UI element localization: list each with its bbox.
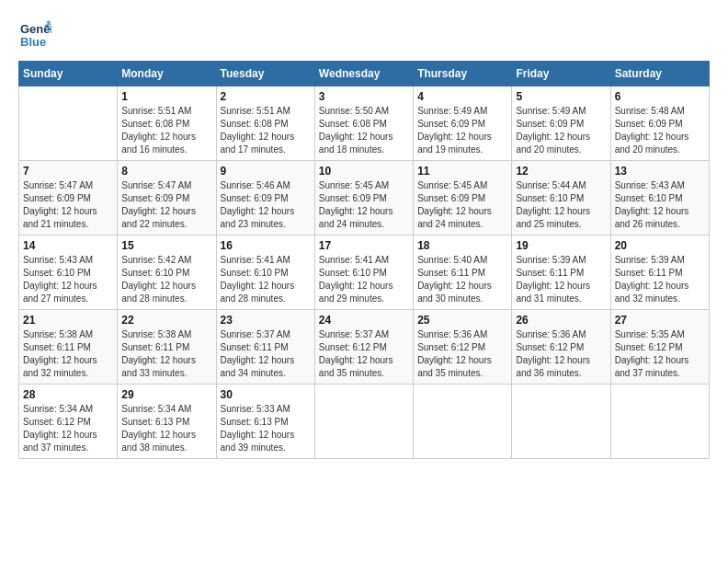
general-blue-logo-icon: General Blue — [18, 18, 51, 52]
calendar-cell: 20Sunrise: 5:39 AM Sunset: 6:11 PM Dayli… — [610, 236, 709, 310]
calendar-cell: 11Sunrise: 5:45 AM Sunset: 6:09 PM Dayli… — [414, 161, 512, 236]
day-number: 7 — [23, 165, 113, 178]
calendar-cell: 15Sunrise: 5:42 AM Sunset: 6:10 PM Dayli… — [118, 236, 216, 310]
day-info: Sunrise: 5:34 AM Sunset: 6:13 PM Dayligh… — [121, 403, 211, 454]
day-number: 4 — [417, 90, 507, 103]
calendar-week-row: 21Sunrise: 5:38 AM Sunset: 6:11 PM Dayli… — [19, 310, 710, 385]
calendar-cell: 17Sunrise: 5:41 AM Sunset: 6:10 PM Dayli… — [314, 236, 413, 310]
day-number: 12 — [516, 165, 606, 178]
day-info: Sunrise: 5:42 AM Sunset: 6:10 PM Dayligh… — [121, 254, 211, 305]
day-number: 24 — [319, 314, 409, 327]
weekday-header-saturday: Saturday — [610, 62, 709, 86]
day-number: 15 — [121, 239, 211, 252]
calendar-cell — [512, 385, 610, 459]
day-number: 13 — [615, 165, 705, 178]
logo: General Blue — [18, 18, 51, 52]
day-info: Sunrise: 5:41 AM Sunset: 6:10 PM Dayligh… — [221, 254, 311, 305]
calendar-cell: 9Sunrise: 5:46 AM Sunset: 6:09 PM Daylig… — [216, 161, 314, 236]
weekday-header-friday: Friday — [512, 62, 610, 86]
calendar-week-row: 7Sunrise: 5:47 AM Sunset: 6:09 PM Daylig… — [19, 161, 710, 236]
calendar-cell: 23Sunrise: 5:37 AM Sunset: 6:11 PM Dayli… — [216, 310, 314, 385]
day-info: Sunrise: 5:47 AM Sunset: 6:09 PM Dayligh… — [23, 179, 113, 231]
calendar-cell: 2Sunrise: 5:51 AM Sunset: 6:08 PM Daylig… — [216, 86, 314, 161]
day-info: Sunrise: 5:51 AM Sunset: 6:08 PM Dayligh… — [121, 105, 211, 156]
calendar-cell: 10Sunrise: 5:45 AM Sunset: 6:09 PM Dayli… — [314, 161, 413, 236]
day-info: Sunrise: 5:36 AM Sunset: 6:12 PM Dayligh… — [516, 328, 606, 380]
calendar-cell: 14Sunrise: 5:43 AM Sunset: 6:10 PM Dayli… — [19, 236, 118, 310]
day-info: Sunrise: 5:43 AM Sunset: 6:10 PM Dayligh… — [23, 254, 113, 305]
weekday-header-wednesday: Wednesday — [314, 62, 413, 86]
calendar-cell: 4Sunrise: 5:49 AM Sunset: 6:09 PM Daylig… — [414, 86, 512, 161]
calendar-cell: 27Sunrise: 5:35 AM Sunset: 6:12 PM Dayli… — [610, 310, 709, 385]
calendar-cell: 25Sunrise: 5:36 AM Sunset: 6:12 PM Dayli… — [414, 310, 512, 385]
day-info: Sunrise: 5:38 AM Sunset: 6:11 PM Dayligh… — [121, 328, 211, 380]
day-number: 9 — [221, 165, 311, 178]
weekday-header-sunday: Sunday — [19, 62, 118, 86]
day-info: Sunrise: 5:39 AM Sunset: 6:11 PM Dayligh… — [516, 254, 606, 305]
day-number: 29 — [121, 388, 211, 401]
calendar-cell: 21Sunrise: 5:38 AM Sunset: 6:11 PM Dayli… — [19, 310, 118, 385]
calendar-cell — [610, 385, 709, 459]
day-number: 8 — [121, 165, 211, 178]
weekday-header-row: SundayMondayTuesdayWednesdayThursdayFrid… — [19, 62, 710, 86]
weekday-header-tuesday: Tuesday — [216, 62, 314, 86]
calendar-cell: 6Sunrise: 5:48 AM Sunset: 6:09 PM Daylig… — [610, 86, 709, 161]
day-info: Sunrise: 5:51 AM Sunset: 6:08 PM Dayligh… — [221, 105, 311, 156]
day-number: 18 — [417, 239, 507, 252]
calendar-week-row: 1Sunrise: 5:51 AM Sunset: 6:08 PM Daylig… — [19, 86, 710, 161]
day-number: 11 — [417, 165, 507, 178]
calendar-cell: 13Sunrise: 5:43 AM Sunset: 6:10 PM Dayli… — [610, 161, 709, 236]
svg-text:Blue: Blue — [20, 35, 46, 49]
weekday-header-monday: Monday — [118, 62, 216, 86]
day-number: 17 — [319, 239, 409, 252]
day-number: 22 — [121, 314, 211, 327]
day-info: Sunrise: 5:45 AM Sunset: 6:09 PM Dayligh… — [319, 179, 409, 231]
day-info: Sunrise: 5:40 AM Sunset: 6:11 PM Dayligh… — [417, 254, 507, 305]
day-info: Sunrise: 5:45 AM Sunset: 6:09 PM Dayligh… — [417, 179, 507, 231]
calendar-cell: 28Sunrise: 5:34 AM Sunset: 6:12 PM Dayli… — [19, 385, 118, 459]
day-number: 16 — [221, 239, 311, 252]
weekday-header-thursday: Thursday — [414, 62, 512, 86]
calendar-cell: 5Sunrise: 5:49 AM Sunset: 6:09 PM Daylig… — [512, 86, 610, 161]
day-info: Sunrise: 5:43 AM Sunset: 6:10 PM Dayligh… — [615, 179, 705, 231]
day-info: Sunrise: 5:35 AM Sunset: 6:12 PM Dayligh… — [615, 328, 705, 380]
calendar-cell: 26Sunrise: 5:36 AM Sunset: 6:12 PM Dayli… — [512, 310, 610, 385]
calendar-cell: 12Sunrise: 5:44 AM Sunset: 6:10 PM Dayli… — [512, 161, 610, 236]
day-number: 30 — [221, 388, 311, 401]
day-info: Sunrise: 5:50 AM Sunset: 6:08 PM Dayligh… — [319, 105, 409, 156]
day-number: 2 — [221, 90, 311, 103]
calendar-cell: 7Sunrise: 5:47 AM Sunset: 6:09 PM Daylig… — [19, 161, 118, 236]
calendar-cell: 22Sunrise: 5:38 AM Sunset: 6:11 PM Dayli… — [118, 310, 216, 385]
calendar-cell — [19, 86, 118, 161]
day-info: Sunrise: 5:37 AM Sunset: 6:12 PM Dayligh… — [319, 328, 409, 380]
calendar-cell: 16Sunrise: 5:41 AM Sunset: 6:10 PM Dayli… — [216, 236, 314, 310]
day-number: 25 — [417, 314, 507, 327]
day-number: 6 — [615, 90, 705, 103]
day-info: Sunrise: 5:49 AM Sunset: 6:09 PM Dayligh… — [516, 105, 606, 156]
day-number: 20 — [615, 239, 705, 252]
calendar-cell: 8Sunrise: 5:47 AM Sunset: 6:09 PM Daylig… — [118, 161, 216, 236]
day-info: Sunrise: 5:33 AM Sunset: 6:13 PM Dayligh… — [221, 403, 311, 454]
day-number: 10 — [319, 165, 409, 178]
day-info: Sunrise: 5:36 AM Sunset: 6:12 PM Dayligh… — [417, 328, 507, 380]
calendar-cell: 30Sunrise: 5:33 AM Sunset: 6:13 PM Dayli… — [216, 385, 314, 459]
day-info: Sunrise: 5:49 AM Sunset: 6:09 PM Dayligh… — [417, 105, 507, 156]
calendar-cell — [314, 385, 413, 459]
day-number: 1 — [121, 90, 211, 103]
day-info: Sunrise: 5:39 AM Sunset: 6:11 PM Dayligh… — [615, 254, 705, 305]
day-info: Sunrise: 5:48 AM Sunset: 6:09 PM Dayligh… — [615, 105, 705, 156]
day-info: Sunrise: 5:34 AM Sunset: 6:12 PM Dayligh… — [23, 403, 113, 454]
day-info: Sunrise: 5:37 AM Sunset: 6:11 PM Dayligh… — [221, 328, 311, 380]
day-number: 21 — [23, 314, 113, 327]
day-number: 3 — [319, 90, 409, 103]
day-info: Sunrise: 5:44 AM Sunset: 6:10 PM Dayligh… — [516, 179, 606, 231]
day-number: 5 — [516, 90, 606, 103]
day-number: 27 — [615, 314, 705, 327]
calendar-week-row: 14Sunrise: 5:43 AM Sunset: 6:10 PM Dayli… — [19, 236, 710, 310]
day-number: 23 — [221, 314, 311, 327]
day-info: Sunrise: 5:47 AM Sunset: 6:09 PM Dayligh… — [121, 179, 211, 231]
calendar-cell: 24Sunrise: 5:37 AM Sunset: 6:12 PM Dayli… — [314, 310, 413, 385]
calendar-cell: 1Sunrise: 5:51 AM Sunset: 6:08 PM Daylig… — [118, 86, 216, 161]
calendar-cell: 29Sunrise: 5:34 AM Sunset: 6:13 PM Dayli… — [118, 385, 216, 459]
day-number: 28 — [23, 388, 113, 401]
